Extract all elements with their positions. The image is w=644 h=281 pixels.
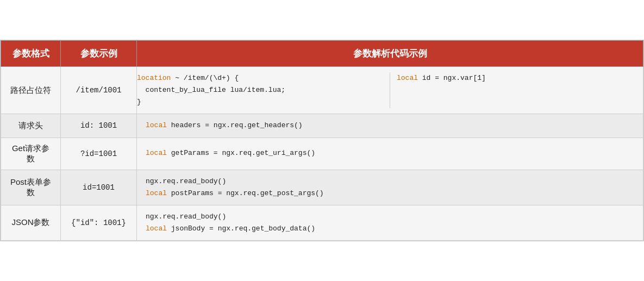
code-line: ngx.req.read_body() (146, 213, 226, 221)
param-type: Get请求参数 (1, 138, 61, 170)
code-line-row: } (137, 96, 383, 108)
param-code: ngx.req.read_body()local postParams = ng… (137, 170, 643, 205)
code-line-row: ngx.req.read_body() (146, 176, 634, 188)
code-line: location ~ /item/(\d+) { (137, 74, 239, 82)
param-type: JSON参数 (1, 205, 61, 240)
code-line: content_by_lua_file lua/item.lua; (137, 86, 285, 94)
code-left: location ~ /item/(\d+) { content_by_lua_… (137, 72, 390, 108)
param-example: id=1001 (61, 170, 137, 205)
table-row: Post表单参数id=1001ngx.req.read_body()local … (1, 170, 643, 205)
code-line-row: location ~ /item/(\d+) { (137, 72, 383, 84)
code-right: local id = ngx.var[1] (390, 72, 643, 108)
code-line: } (137, 98, 141, 106)
code-block: location ~ /item/(\d+) { content_by_lua_… (137, 72, 383, 108)
code-block: local id = ngx.var[1] (397, 72, 643, 84)
table-row: JSON参数{"id": 1001}ngx.req.read_body()loc… (1, 205, 643, 240)
param-example: id: 1001 (61, 114, 137, 138)
param-type: Post表单参数 (1, 170, 61, 205)
code-line-row: local id = ngx.var[1] (397, 72, 643, 84)
param-code-dual: location ~ /item/(\d+) { content_by_lua_… (137, 67, 643, 114)
param-type: 请求头 (1, 114, 61, 138)
code-line: local postParams = ngx.req.get_post_args… (146, 189, 324, 197)
table-row: 路径占位符/item/1001location ~ /item/(\d+) { … (1, 67, 643, 114)
code-line-row: local getParams = ngx.req.get_uri_args() (146, 147, 634, 159)
param-example: {"id": 1001} (61, 205, 137, 240)
table-row: Get请求参数?id=1001local getParams = ngx.req… (1, 138, 643, 170)
code-block: ngx.req.read_body()local jsonBody = ngx.… (146, 211, 634, 235)
header-col1: 参数格式 (1, 41, 61, 67)
param-example: /item/1001 (61, 67, 137, 114)
code-line: local getParams = ngx.req.get_uri_args() (146, 149, 315, 157)
code-line-row: content_by_lua_file lua/item.lua; (137, 84, 383, 96)
header-col3: 参数解析代码示例 (137, 41, 643, 67)
params-table: 参数格式 参数示例 参数解析代码示例 路径占位符/item/1001locati… (1, 40, 643, 241)
table-row: 请求头id: 1001local headers = ngx.req.get_h… (1, 114, 643, 138)
header-col2: 参数示例 (61, 41, 137, 67)
param-code: local headers = ngx.req.get_headers() (137, 114, 643, 138)
code-block: local getParams = ngx.req.get_uri_args() (146, 147, 634, 159)
param-code: ngx.req.read_body()local jsonBody = ngx.… (137, 205, 643, 240)
code-line-row: ngx.req.read_body() (146, 211, 634, 223)
main-table-container: 参数格式 参数示例 参数解析代码示例 路径占位符/item/1001locati… (0, 40, 644, 241)
code-line: local headers = ngx.req.get_headers() (146, 121, 303, 129)
code-line-row: local postParams = ngx.req.get_post_args… (146, 188, 634, 199)
param-example: ?id=1001 (61, 138, 137, 170)
code-line: ngx.req.read_body() (146, 177, 226, 185)
code-line: local jsonBody = ngx.req.get_body_data() (146, 224, 315, 233)
param-code: local getParams = ngx.req.get_uri_args() (137, 138, 643, 170)
code-line-row: local jsonBody = ngx.req.get_body_data() (146, 223, 634, 235)
code-block: ngx.req.read_body()local postParams = ng… (146, 176, 634, 199)
table-body: 路径占位符/item/1001location ~ /item/(\d+) { … (1, 67, 643, 241)
header-row: 参数格式 参数示例 参数解析代码示例 (1, 41, 643, 67)
code-block: local headers = ngx.req.get_headers() (146, 120, 634, 132)
code-line-row: local headers = ngx.req.get_headers() (146, 120, 634, 132)
code-line: local id = ngx.var[1] (397, 74, 486, 82)
code-two-col: location ~ /item/(\d+) { content_by_lua_… (137, 72, 643, 108)
param-type: 路径占位符 (1, 67, 61, 114)
